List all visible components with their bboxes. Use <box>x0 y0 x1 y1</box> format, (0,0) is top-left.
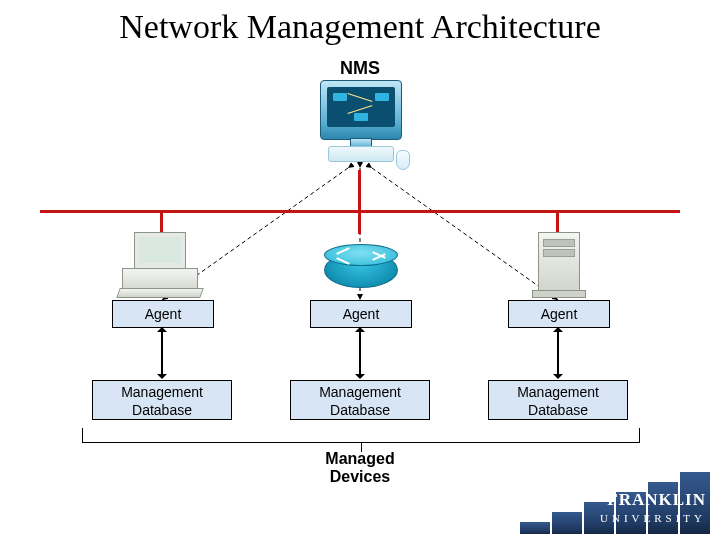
franklin-university-logo: FRANKLIN UNIVERSITY <box>520 470 710 534</box>
managed-devices-brace <box>82 428 640 443</box>
page-title: Network Management Architecture <box>0 8 720 46</box>
server-icon <box>478 232 638 292</box>
logo-sub: UNIVERSITY <box>600 512 706 524</box>
agent-db-connector-icon <box>359 328 361 378</box>
managed-device-column: Agent ManagementDatabase <box>280 232 440 412</box>
workstation-icon <box>82 232 242 292</box>
managed-device-column: Agent ManagementDatabase <box>82 232 242 412</box>
router-icon <box>280 232 440 292</box>
management-database-box: ManagementDatabase <box>290 380 430 420</box>
nms-label: NMS <box>0 58 720 79</box>
agent-db-connector-icon <box>557 328 559 378</box>
network-stub <box>160 210 163 234</box>
nms-workstation-icon <box>310 80 410 168</box>
network-stub <box>358 210 361 234</box>
management-database-box: ManagementDatabase <box>488 380 628 420</box>
logo-name: FRANKLIN <box>607 491 706 508</box>
network-stub <box>556 210 559 234</box>
management-database-box: ManagementDatabase <box>92 380 232 420</box>
network-stub <box>358 170 361 210</box>
agent-db-connector-icon <box>161 328 163 378</box>
managed-device-column: Agent ManagementDatabase <box>478 232 638 412</box>
